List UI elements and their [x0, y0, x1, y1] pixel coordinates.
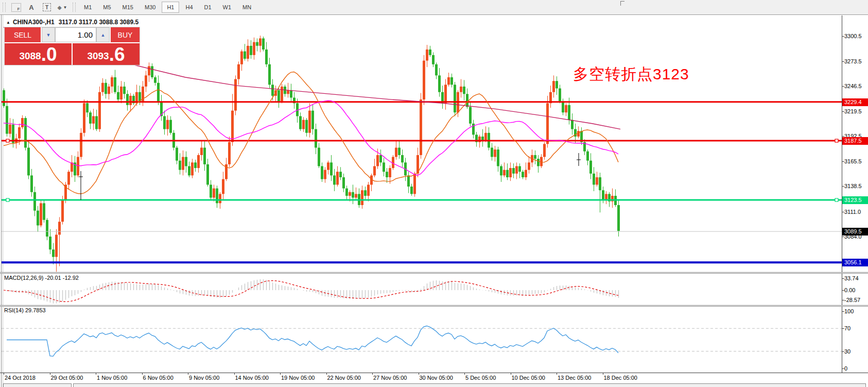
macd-tick-label: 0.00 — [844, 287, 855, 294]
date-tick — [511, 373, 511, 375]
resistance-3187-handle — [835, 139, 838, 142]
chart-annotation-text[interactable]: 多空转折点3123 — [573, 64, 689, 85]
volume-up-icon: ▲ — [101, 32, 106, 38]
price-tick-label: 3165.5 — [844, 158, 862, 165]
rsi-tick-label: 0 — [844, 365, 847, 372]
current-price-label: 3089.5 — [842, 228, 868, 235]
date-axis-line[interactable] — [0, 373, 868, 373]
price-tick-label: 3246.5 — [844, 83, 862, 90]
buy-button[interactable]: BUY — [111, 27, 140, 42]
date-label[interactable]: 6 Nov 05:00 — [143, 375, 173, 381]
trade-panel-top-row: SELL ▼ ▲ BUY — [5, 27, 140, 42]
chart-title: ▲ CHINA300-,H1 3117.0 3117.0 3088.8 3089… — [6, 19, 138, 26]
date-tick — [188, 373, 188, 375]
rsi-line — [7, 326, 618, 357]
date-label[interactable]: 10 Dec 05:00 — [512, 375, 545, 381]
tick-chart-icon[interactable]: F — [10, 2, 22, 12]
date-label[interactable]: 29 Oct 05:00 — [51, 375, 83, 381]
chart-window[interactable]: ▲ CHINA300-,H1 3117.0 3117.0 3088.8 3089… — [0, 15, 868, 387]
resistance-3187-handle — [6, 139, 9, 142]
objects-tool-icon[interactable]: ◆ ▼ — [57, 2, 68, 12]
tick-chart-glyph: F — [11, 3, 21, 12]
macd-label: MACD(12,26,9) -20.01 -12.92 — [4, 275, 79, 281]
support-3123-handle — [835, 198, 838, 201]
tab-timeframe-mn[interactable]: MN — [237, 2, 256, 13]
price-tick-label: 3300.5 — [844, 33, 862, 40]
tab-timeframe-m30[interactable]: M30 — [140, 2, 161, 13]
price-tick-label: 3111.0 — [844, 209, 861, 215]
crosshair-mark-1 — [79, 171, 83, 200]
volume-down-icon: ▼ — [46, 32, 51, 38]
objects-glyph: ◆ — [58, 5, 62, 10]
annotate-letter-icon[interactable]: A — [26, 2, 37, 12]
date-label[interactable]: 24 Oct 2018 — [5, 375, 36, 381]
chevron-down-icon: ▼ — [63, 5, 67, 10]
date-label[interactable]: 19 Nov 05:00 — [281, 375, 315, 381]
volume-increase-button[interactable]: ▲ — [96, 27, 110, 42]
text-tool-icon[interactable]: T — [41, 2, 53, 12]
date-tick — [326, 373, 327, 375]
support-3056-label: 3056.1 — [842, 259, 868, 266]
price-tick-label: 3219.5 — [844, 108, 862, 115]
tab-timeframe-w1[interactable]: W1 — [218, 2, 237, 13]
date-label[interactable]: 1 Nov 05:00 — [97, 375, 127, 381]
tab-timeframe-h1[interactable]: H1 — [162, 2, 179, 13]
bid-frac-digit: .0 — [41, 45, 57, 64]
date-tick — [142, 373, 143, 375]
date-tick — [603, 373, 603, 375]
tab-timeframe-h4[interactable]: H4 — [180, 2, 198, 13]
date-label[interactable]: 9 Nov 05:00 — [189, 375, 219, 381]
crosshair-mark-2 — [577, 153, 581, 166]
volume-decrease-button[interactable]: ▼ — [42, 27, 55, 42]
toolbar-grip-2[interactable] — [73, 3, 76, 12]
date-tick — [372, 373, 373, 375]
chart-canvas[interactable] — [0, 15, 868, 387]
symbol-name: CHINA300-,H1 — [13, 19, 55, 26]
date-label[interactable]: 13 Dec 05:00 — [558, 375, 591, 381]
bid-main-digits: 3088 — [19, 48, 41, 64]
date-label[interactable]: 5 Dec 05:00 — [465, 375, 496, 381]
support-3123-handle — [6, 198, 9, 201]
date-tick — [50, 373, 50, 375]
tab-timeframe-m15[interactable]: M15 — [117, 2, 138, 13]
price-tick-label: 3273.5 — [844, 58, 862, 65]
chart-tab-stub-2[interactable] — [73, 383, 866, 387]
toolbar-grip[interactable] — [3, 3, 6, 12]
date-label[interactable]: 27 Nov 05:00 — [373, 375, 407, 381]
date-tick — [280, 373, 281, 375]
resistance-3229-label: 3229.4 — [842, 98, 868, 106]
ask-price[interactable]: 3093 .6 — [73, 43, 140, 65]
panel-separator-macd[interactable] — [0, 272, 868, 274]
macd-tick-label: -28.57 — [844, 297, 860, 304]
date-tick — [464, 373, 465, 375]
date-label[interactable]: 22 Nov 05:00 — [327, 375, 361, 381]
ask-frac-digit: .6 — [109, 45, 125, 64]
date-tick — [557, 373, 557, 375]
chart-tab-stub[interactable] — [3, 383, 72, 387]
macd-histogram — [4, 279, 619, 304]
sell-button[interactable]: SELL — [5, 27, 41, 42]
panel-separator-rsi[interactable] — [0, 305, 868, 307]
date-label[interactable]: 30 Nov 05:00 — [420, 375, 453, 381]
tab-timeframe-m5[interactable]: M5 — [98, 2, 116, 13]
macd-tick-label: 33.74 — [844, 275, 859, 282]
bid-price[interactable]: 3088 .0 — [5, 43, 72, 65]
rsi-label: RSI(14) 29.7853 — [4, 307, 46, 313]
tab-timeframe-d1[interactable]: D1 — [199, 2, 217, 13]
support-3123-label: 3123.5 — [842, 196, 868, 204]
trade-panel-prices: 3088 .0 3093 .6 — [5, 43, 140, 65]
rsi-tick-label: 100 — [844, 308, 854, 315]
rsi-panel — [2, 326, 842, 357]
text-tool-glyph: T — [43, 3, 51, 11]
date-label[interactable]: 14 Nov 05:00 — [235, 375, 269, 381]
rsi-tick-label: 70 — [844, 325, 850, 332]
date-tick — [234, 373, 235, 375]
volume-input[interactable] — [55, 27, 96, 42]
bottom-tab-bar — [0, 383, 868, 387]
ask-main-digits: 3093 — [87, 48, 109, 64]
price-axis-line[interactable] — [842, 15, 842, 373]
macd-panel — [4, 279, 619, 304]
date-label[interactable]: 18 Dec 05:00 — [604, 375, 637, 381]
tab-timeframe-m1[interactable]: M1 — [79, 2, 97, 13]
date-tick — [419, 373, 419, 375]
